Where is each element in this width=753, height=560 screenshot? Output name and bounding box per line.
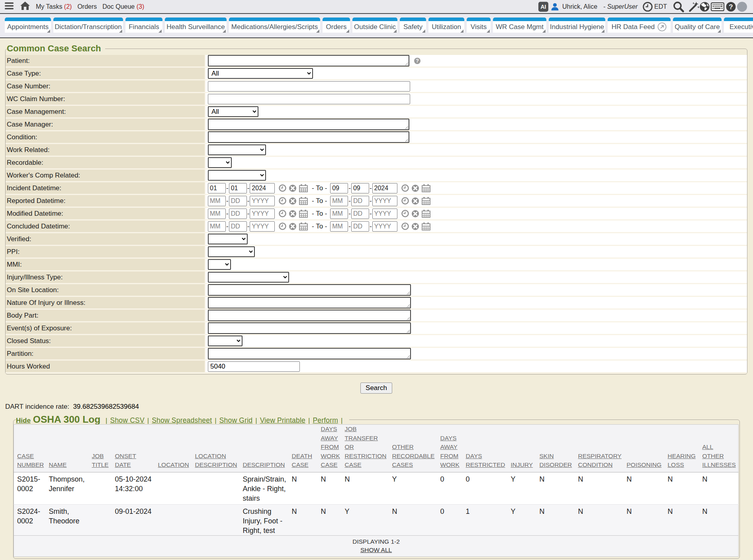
svg-text:?: ? <box>729 3 733 10</box>
